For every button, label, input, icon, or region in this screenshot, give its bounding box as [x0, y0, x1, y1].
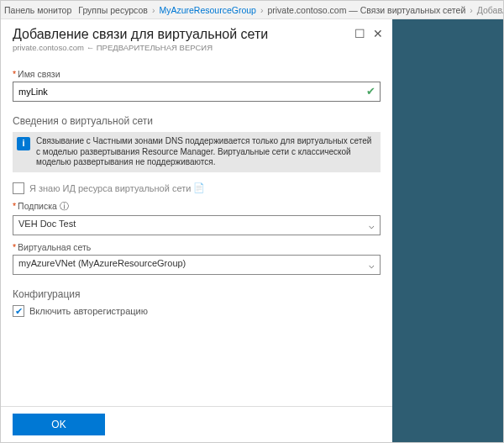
add-link-pane: Добавление связи для виртуальной сети pr…	[1, 19, 392, 442]
bc-dashboard[interactable]: Панель монитор	[1, 5, 75, 15]
info-text: Связывание с Частными зонами DNS поддерж…	[36, 136, 371, 166]
bc-zone-links[interactable]: private.contoso.com — Связи виртуальных …	[264, 5, 469, 15]
know-resource-id-checkbox[interactable]	[13, 182, 24, 194]
bc-rg-link[interactable]: MyAzureResourceGroup	[155, 5, 260, 15]
chevron-down-icon: ⌵	[369, 259, 375, 270]
panel-footer: OK	[1, 406, 392, 442]
link-name-input[interactable]	[13, 82, 381, 102]
help-icon[interactable]: ⓘ	[60, 201, 69, 211]
subscription-value: VEH Doc Test	[18, 219, 76, 229]
maximize-icon[interactable]: ☐	[352, 26, 367, 41]
autoregistration-checkbox[interactable]	[13, 305, 24, 317]
vnet-value: myAzureVNet (MyAzureResourceGroup)	[18, 258, 186, 268]
copy-icon: 📄	[193, 182, 205, 193]
vnet-label: *Виртуальная сеть	[13, 242, 381, 252]
vnet-select[interactable]: myAzureVNet (MyAzureResourceGroup) ⌵	[13, 255, 381, 275]
vnet-section-header: Сведения о виртуальной сети	[13, 115, 381, 127]
subscription-label: *Подписка ⓘ	[13, 201, 381, 213]
breadcrumb: Панель монитор Группы ресурсов › MyAzure…	[1, 1, 503, 19]
know-resource-id-label: Я знаю ИД ресурса виртуальной сети	[29, 183, 191, 193]
bc-resource-groups[interactable]: Группы ресурсов	[75, 5, 151, 15]
panel-title: Добавление связи для виртуальной сети	[13, 27, 381, 42]
subscription-select[interactable]: VEH Doc Test ⌵	[13, 215, 381, 235]
ok-button[interactable]: OK	[13, 414, 105, 435]
config-section-header: Конфигурация	[13, 288, 381, 300]
bc-current: Добавление связи для	[474, 5, 503, 15]
panel-subtitle: private.contoso.com ← ПРЕДВАРИТЕЛЬНАЯ ВЕ…	[13, 43, 381, 52]
autoregistration-label: Включить авторегистрацию	[29, 306, 148, 316]
info-icon: i	[17, 137, 30, 150]
info-message: i Связывание с Частными зонами DNS подде…	[13, 132, 381, 172]
chevron-down-icon: ⌵	[369, 219, 375, 230]
link-name-label: *Имя связи	[13, 69, 381, 79]
background-fill	[392, 19, 503, 442]
close-icon[interactable]: ✕	[370, 26, 386, 41]
